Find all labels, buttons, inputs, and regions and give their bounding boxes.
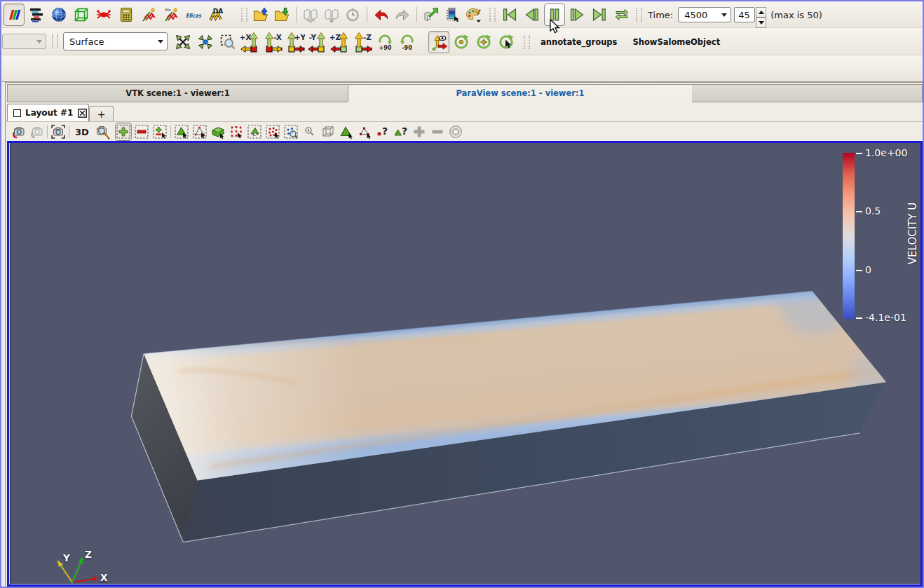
representation-combobox[interactable]: Surface	[63, 32, 168, 50]
fit-all-button[interactable]	[172, 31, 193, 53]
render-mode-label: 3D	[75, 127, 89, 137]
tab-paraview-scene-label: ParaView scene:1 - viewer:1	[456, 88, 584, 98]
toolbar-handle[interactable]	[52, 34, 58, 48]
view-minus-x-button[interactable]: -X	[262, 31, 283, 53]
capture-screenshot-button[interactable]	[50, 123, 67, 141]
query-points-button[interactable]: ?	[374, 123, 391, 141]
toolbar-handle[interactable]	[489, 8, 496, 22]
sel-cells-rect-icon	[174, 124, 189, 139]
connect-server-button[interactable]	[301, 4, 320, 25]
reset-session-button[interactable]	[343, 4, 362, 25]
svg-text:+Z: +Z	[330, 33, 341, 41]
select-block-button[interactable]	[246, 123, 263, 141]
toggle-selection-button[interactable]	[151, 123, 168, 141]
tabbar-filler	[692, 84, 923, 102]
select-points-on-button[interactable]	[191, 123, 208, 141]
tab-paraview-scene[interactable]: ParaView scene:1 - viewer:1	[348, 84, 693, 102]
redo-button[interactable]	[393, 4, 412, 25]
rotation-point-button[interactable]	[451, 31, 472, 53]
clear-selection-button[interactable]	[447, 123, 464, 141]
time-combobox[interactable]: 4500	[678, 7, 731, 22]
hover-cells-button[interactable]	[320, 123, 337, 141]
module-button-eficas[interactable]: Eficas	[183, 4, 204, 26]
disconnect-server-button[interactable]	[322, 4, 341, 25]
view-plus-x-button[interactable]: +X	[240, 31, 261, 53]
module-button-geom[interactable]	[71, 4, 92, 26]
show-trihedron-button[interactable]	[428, 31, 449, 53]
hover-points-button[interactable]	[301, 123, 318, 141]
zoom-box-button[interactable]	[217, 31, 238, 53]
undo-button[interactable]	[372, 4, 391, 25]
previous-frame-button[interactable]	[522, 4, 543, 26]
module-button-object-browser[interactable]	[26, 4, 47, 26]
show-salome-object-button[interactable]: ShowSalomeObject	[625, 32, 727, 52]
toolbar-handle[interactable]	[524, 35, 530, 49]
module-button-fields2[interactable]: Vis	[161, 4, 182, 26]
vcr-first-icon	[501, 6, 518, 23]
subtract-selection-button[interactable]	[133, 123, 150, 141]
shrink-selection-button[interactable]	[429, 123, 446, 141]
interactive-select-points-button[interactable]	[283, 123, 299, 141]
tab-vtk-scene[interactable]: VTK scene:1 - viewer:1	[7, 84, 348, 102]
rotation-point-cursor-button[interactable]	[496, 31, 517, 53]
query-cells-button[interactable]: ?	[393, 123, 409, 141]
play-button[interactable]	[566, 4, 587, 26]
server-disconnect-icon	[323, 6, 340, 23]
last-frame-button[interactable]	[589, 4, 610, 26]
tab-layout-1[interactable]: Layout #1	[7, 104, 89, 122]
combobox-arrow-icon[interactable]	[718, 11, 731, 20]
representation-toolbar: Surface	[1, 29, 168, 53]
colorbar-title: VELOCITY U	[906, 203, 919, 264]
combobox-arrow-icon[interactable]	[154, 37, 167, 46]
add-selection-button[interactable]	[115, 123, 132, 141]
spin-up-button[interactable]	[756, 7, 766, 18]
annotate-groups-button[interactable]: annotate_groups	[534, 32, 624, 52]
color-map-editor-button[interactable]	[463, 4, 483, 25]
view-plus-y-button[interactable]: +Y	[285, 31, 306, 53]
select-cells-through-button[interactable]	[210, 123, 226, 141]
save-document-button[interactable]	[272, 4, 292, 25]
select-points-through-button[interactable]	[228, 123, 245, 141]
select-cells-polygon-button[interactable]	[338, 123, 355, 141]
module-button-calculator[interactable]	[116, 4, 137, 26]
tri-points-icon	[357, 124, 372, 139]
rotation-point-selection-button[interactable]	[473, 31, 494, 53]
view-plus-z-button[interactable]: +Z	[329, 31, 351, 53]
slab-3d-object[interactable]	[9, 143, 920, 585]
module-button-geometry-globe[interactable]	[48, 4, 69, 26]
spin-down-button[interactable]	[756, 18, 766, 28]
add-layout-tab[interactable]: +	[89, 106, 114, 122]
folder-save-icon	[273, 6, 290, 23]
first-frame-button[interactable]	[499, 4, 520, 26]
object-tree-icon	[28, 6, 45, 23]
rotate-minus-90-button[interactable]: -90	[397, 31, 418, 53]
grow-selection-button[interactable]	[411, 123, 428, 141]
colorbar-tick-label: 0.5	[865, 206, 881, 217]
select-cells-on-button[interactable]	[173, 123, 190, 141]
view-minus-z-button[interactable]: -Z	[352, 31, 373, 53]
view-minus-y-button[interactable]: -Y	[307, 31, 328, 53]
edit-capture-button[interactable]	[94, 123, 111, 141]
module-button-adao[interactable]: DA	[205, 4, 226, 26]
fit-area-button[interactable]	[195, 31, 216, 53]
rotate-plus-90-button[interactable]: +90	[374, 31, 395, 53]
scalar-bar-button[interactable]	[442, 4, 462, 25]
load-state-button[interactable]	[421, 4, 441, 25]
module-button-salome[interactable]	[4, 4, 25, 26]
interactive-select-cells-button[interactable]	[264, 123, 281, 141]
frame-spinbox[interactable]: 45	[734, 7, 766, 22]
loop-button[interactable]	[611, 4, 632, 26]
toolbar-handle[interactable]	[241, 8, 247, 22]
plus-gray-icon	[412, 124, 427, 139]
svg-text:-Y: -Y	[309, 33, 317, 41]
select-points-polygon-button[interactable]	[356, 123, 373, 141]
open-document-button[interactable]	[251, 4, 271, 25]
toolbar-handle[interactable]	[636, 8, 642, 22]
close-tab-icon[interactable]	[78, 109, 87, 118]
module-button-fields1[interactable]	[138, 4, 159, 26]
reset-camera-button[interactable]	[10, 123, 27, 141]
module-button-mesh[interactable]	[93, 4, 114, 26]
reset-camera-closest-button[interactable]	[28, 123, 45, 141]
axis-y-label: Y	[62, 552, 70, 563]
colorbar[interactable]	[843, 153, 855, 319]
